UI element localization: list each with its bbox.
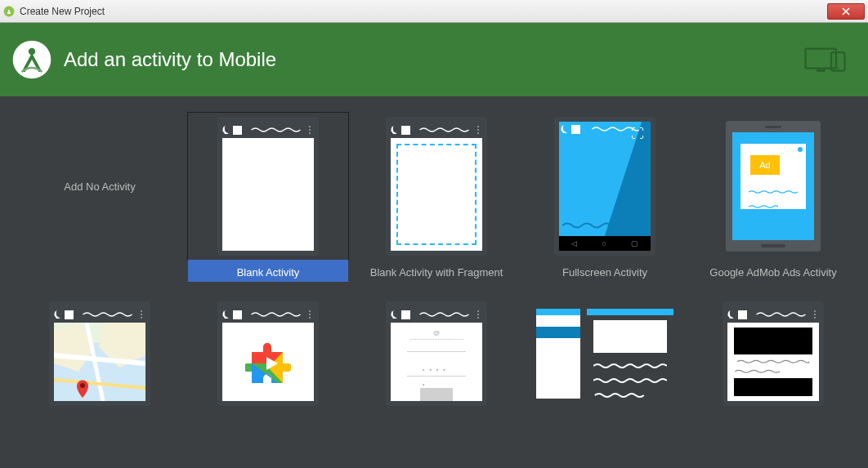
template-maps-activity[interactable]: ⏾ [20, 301, 180, 406]
ad-badge: Ad [750, 155, 780, 175]
svg-point-6 [837, 67, 839, 69]
page-title: Add an activity to Mobile [64, 48, 276, 71]
template-thumbnail: ⏾ [386, 117, 487, 256]
template-thumbnail: Ad [726, 121, 821, 252]
templates-area: Add No Activity ⏾ Blank Activity [0, 96, 868, 422]
expand-icon: ⛶ [631, 127, 644, 141]
template-fullscreen-activity[interactable]: ⏾ ⛶ ◁○▢ Fullscreen Activity [525, 113, 685, 282]
template-admob-activity[interactable]: Ad Google AdMob Ads Activity [693, 113, 853, 282]
puzzle-icon [245, 339, 291, 385]
devices-icon [804, 45, 848, 74]
template-thumbnail: ⏾ [217, 117, 319, 256]
close-icon [842, 7, 850, 16]
template-label: Google AdMob Ads Activity [693, 260, 853, 282]
window-title: Create New Project [20, 6, 105, 17]
template-label: Fullscreen Activity [525, 260, 685, 282]
template-label: Add No Activity [64, 181, 135, 193]
template-blank-activity-fragment[interactable]: ⏾ Blank Activity with Fragment [356, 113, 517, 282]
template-scrolling-activity[interactable]: ⏾ [693, 301, 853, 406]
wizard-header: Add an activity to Mobile [0, 23, 868, 96]
close-button[interactable] [827, 3, 865, 20]
svg-point-8 [80, 383, 85, 388]
template-thumbnail: ⏾ [49, 301, 150, 406]
template-thumbnail: ⏾ [217, 301, 319, 406]
template-login-activity[interactable]: ⏾ • • • • • [356, 301, 517, 406]
template-thumbnail: ⏾ • • • • • [386, 301, 487, 406]
app-icon [3, 6, 15, 17]
android-studio-logo [11, 39, 52, 80]
template-blank-activity[interactable]: ⏾ Blank Activity [188, 113, 348, 282]
template-thumbnail [536, 309, 673, 399]
template-thumbnail: ⏾ [723, 301, 824, 406]
template-master-detail[interactable] [525, 301, 685, 406]
template-label: Blank Activity with Fragment [356, 260, 517, 282]
svg-rect-4 [817, 69, 825, 72]
window-titlebar: Create New Project [0, 0, 868, 23]
template-add-no-activity[interactable]: Add No Activity [20, 113, 180, 282]
template-thumbnail: ⏾ ⛶ ◁○▢ [554, 117, 655, 256]
template-label: Blank Activity [188, 260, 348, 282]
template-play-services[interactable]: ⏾ [188, 301, 348, 406]
